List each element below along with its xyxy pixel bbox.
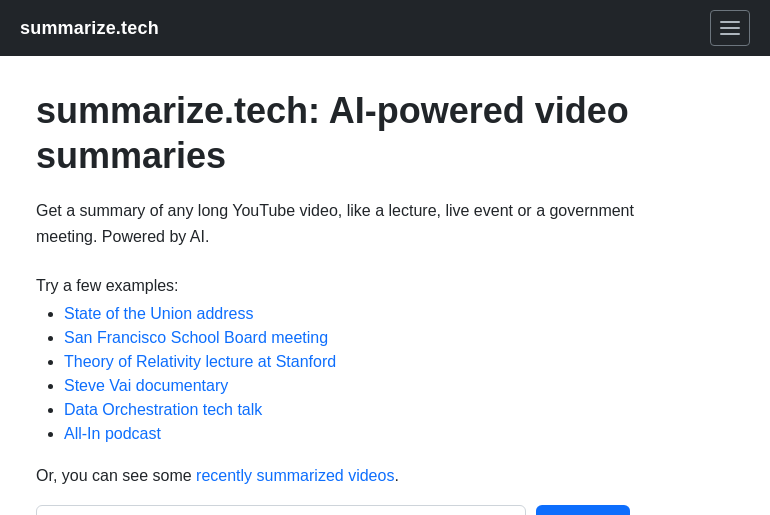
example-link-data-orchestration[interactable]: Data Orchestration tech talk — [64, 401, 262, 418]
examples-label: Try a few examples: — [36, 277, 734, 295]
list-item: State of the Union address — [64, 305, 734, 323]
toggler-bar-3 — [720, 33, 740, 35]
examples-list: State of the Union address San Francisco… — [36, 305, 734, 443]
list-item: San Francisco School Board meeting — [64, 329, 734, 347]
url-input[interactable] — [36, 505, 526, 515]
list-item: Data Orchestration tech talk — [64, 401, 734, 419]
navbar-toggle-button[interactable] — [710, 10, 750, 46]
toggler-bar-1 — [720, 21, 740, 23]
navbar: summarize.tech — [0, 0, 770, 56]
list-item: Steve Vai documentary — [64, 377, 734, 395]
example-link-steve-vai[interactable]: Steve Vai documentary — [64, 377, 228, 394]
main-content: summarize.tech: AI-powered video summari… — [0, 56, 770, 515]
list-item: All-In podcast — [64, 425, 734, 443]
page-description: Get a summary of any long YouTube video,… — [36, 198, 696, 249]
recently-summarized-link[interactable]: recently summarized videos — [196, 467, 394, 484]
submit-button[interactable]: Submit — [536, 505, 630, 515]
example-link-theory-relativity[interactable]: Theory of Relativity lecture at Stanford — [64, 353, 336, 370]
example-link-state-of-union[interactable]: State of the Union address — [64, 305, 253, 322]
list-item: Theory of Relativity lecture at Stanford — [64, 353, 734, 371]
recent-suffix: . — [394, 467, 398, 484]
example-link-all-in-podcast[interactable]: All-In podcast — [64, 425, 161, 442]
example-link-sf-school-board[interactable]: San Francisco School Board meeting — [64, 329, 328, 346]
navbar-brand: summarize.tech — [20, 18, 159, 39]
page-title: summarize.tech: AI-powered video summari… — [36, 88, 734, 178]
toggler-bar-2 — [720, 27, 740, 29]
recent-prefix: Or, you can see some — [36, 467, 196, 484]
recent-summary-text: Or, you can see some recently summarized… — [36, 467, 734, 485]
url-form: Submit — [36, 505, 734, 515]
